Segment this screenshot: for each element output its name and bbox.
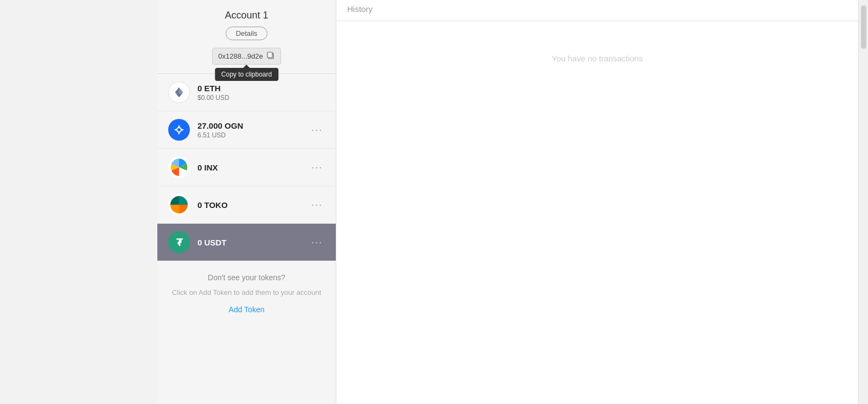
toko-amount: 0 TOKO	[197, 200, 302, 210]
token-list: 0 ETH $0.00 USD 27.000 OGN 6.51 USD ···	[157, 74, 336, 261]
scroll-thumb[interactable]	[861, 5, 866, 49]
ogn-amount: 27.000 OGN	[197, 121, 302, 130]
add-token-link[interactable]: Add Token	[229, 305, 265, 314]
usdt-info: 0 USDT	[197, 238, 302, 247]
token-row-inx[interactable]: 0 INX ···	[157, 149, 336, 186]
ogn-menu[interactable]: ···	[309, 124, 325, 136]
details-button[interactable]: Details	[226, 27, 268, 40]
ogn-info: 27.000 OGN 6.51 USD	[197, 121, 302, 139]
add-token-section: Don't see your tokens? Click on Add Toke…	[157, 261, 336, 325]
account-title: Account 1	[157, 5, 336, 27]
toko-menu[interactable]: ···	[309, 199, 325, 211]
svg-point-8	[177, 128, 181, 132]
token-row-toko[interactable]: 0 TOKO ···	[157, 186, 336, 224]
usdt-menu[interactable]: ···	[309, 237, 325, 248]
inx-amount: 0 INX	[197, 163, 302, 172]
address-bar: 0x1288...9d2e Copy to clipboard	[212, 48, 280, 65]
usdt-icon: ₮	[168, 231, 190, 253]
address-text: 0x1288...9d2e	[218, 52, 263, 60]
eth-amount: 0 ETH	[197, 84, 325, 93]
copy-icon[interactable]	[266, 51, 275, 61]
add-token-description: Click on Add Token to add them to your a…	[168, 287, 325, 298]
inx-icon	[168, 156, 190, 178]
toko-info: 0 TOKO	[197, 200, 302, 210]
left-panel	[0, 0, 157, 404]
ogn-usd: 6.51 USD	[197, 131, 302, 139]
history-title: History	[347, 4, 373, 14]
ogn-icon	[168, 119, 190, 141]
inx-menu[interactable]: ···	[309, 162, 325, 173]
token-row-ogn[interactable]: 27.000 OGN 6.51 USD ···	[157, 111, 336, 149]
scrollbar[interactable]	[858, 0, 868, 404]
usdt-amount: 0 USDT	[197, 238, 302, 247]
token-row-usdt[interactable]: ₮ 0 USDT ···	[157, 224, 336, 261]
dont-see-text: Don't see your tokens?	[168, 273, 325, 282]
inx-info: 0 INX	[197, 163, 302, 172]
eth-icon	[168, 81, 190, 103]
history-header: History	[336, 0, 858, 21]
svg-rect-1	[267, 52, 272, 58]
eth-usd: $0.00 USD	[197, 94, 325, 102]
toko-icon	[168, 194, 190, 216]
svg-marker-4	[175, 87, 179, 94]
eth-info: 0 ETH $0.00 USD	[197, 84, 325, 102]
wallet-panel: Account 1 Details 0x1288...9d2e Copy to …	[157, 0, 336, 404]
copy-tooltip: Copy to clipboard	[215, 68, 278, 81]
history-panel: History You have no transactions	[336, 0, 858, 404]
no-transactions-message: You have no transactions	[336, 54, 858, 63]
